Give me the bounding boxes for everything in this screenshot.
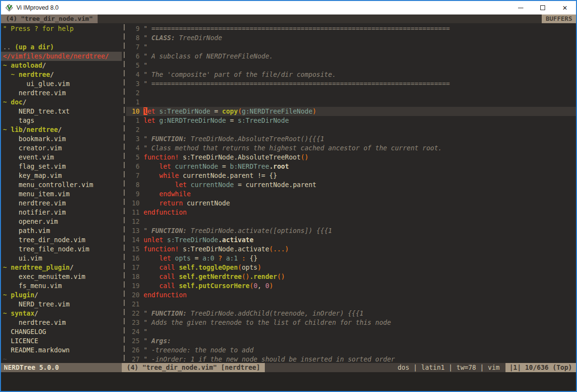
line-number: 11 <box>126 208 140 217</box>
statusline: NERDTree 5.0.0 (4) "tree_dir_node.vim" [… <box>1 363 576 372</box>
editor-line[interactable]: 20endfunction <box>126 290 576 300</box>
editor-line[interactable]: 26" -treenode: the node to add <box>126 346 576 355</box>
editor-line[interactable]: 2 <box>126 88 576 98</box>
nerdtree-item[interactable]: path.vim <box>1 226 122 235</box>
vim-icon <box>5 4 14 12</box>
nerdtree-item[interactable]: ~ plugin/ <box>1 290 122 300</box>
editor-line[interactable]: 1 <box>126 98 576 107</box>
maximize-button[interactable] <box>532 1 554 15</box>
nerdtree-item[interactable]: README.markdown <box>1 346 122 355</box>
nerdtree-item[interactable]: ui_glue.vim <box>1 79 122 88</box>
editor-line[interactable]: 5function! s:TreeDirNode.AbsoluteTreeRoo… <box>126 153 576 162</box>
nerdtree-item[interactable]: bookmark.vim <box>1 134 122 144</box>
line-number: 4 <box>126 144 140 153</box>
nerdtree-item[interactable]: nerdtree.vim <box>1 199 122 208</box>
editor-line[interactable]: 15function! s:TreeDirNode.activate(...) <box>126 245 576 254</box>
nerdtree-item[interactable]: notifier.vim <box>1 208 122 217</box>
editor-line[interactable]: 23" Adds the given treenode to the list … <box>126 318 576 327</box>
line-number: 1 <box>126 116 140 125</box>
editor-line[interactable]: 12 <box>126 217 576 226</box>
line-number: 5 <box>126 153 140 162</box>
line-number: 22 <box>126 309 140 318</box>
editor-line[interactable]: 1let g:NERDTreeDirNode = s:TreeDirNode <box>126 116 576 125</box>
nerdtree-item[interactable]: tags <box>1 116 122 125</box>
editor-line[interactable]: 24" <box>126 327 576 336</box>
nerdtree-item[interactable]: ~ lib/nerdtree/ <box>1 125 122 134</box>
nerdtree-item[interactable]: event.vim <box>1 153 122 162</box>
window-separator[interactable] <box>122 23 126 363</box>
editor-line[interactable]: 8 let currentNode = currentNode.parent <box>126 180 576 189</box>
editor-line[interactable]: 7" <box>126 43 576 52</box>
nerdtree-item[interactable]: tree_dir_node.vim <box>1 235 122 245</box>
nerdtree-item[interactable]: ~ <box>1 355 122 363</box>
nerdtree-item[interactable]: key_map.vim <box>1 171 122 180</box>
nerdtree-item-text: bookmark.vim <box>3 134 66 144</box>
nerdtree-item[interactable]: flag_set.vim <box>1 162 122 171</box>
editor-line-text: endfunction <box>144 208 187 217</box>
editor-line[interactable]: 6 let currentNode = b:NERDTree.root <box>126 162 576 171</box>
nerdtree-item[interactable]: nerdtree.vim <box>1 88 122 98</box>
nerdtree-item[interactable]: ~ doc/ <box>1 98 122 107</box>
nerdtree-item[interactable]: .. (up a dir) <box>1 43 122 52</box>
editor-line-text: " -treenode: the node to add <box>144 346 254 355</box>
nerdtree-item[interactable]: creator.vim <box>1 144 122 153</box>
editor-line[interactable]: 4" The 'composite' part of the file/dir … <box>126 70 576 79</box>
editor-line[interactable]: 7 while currentNode.parent != {} <box>126 171 576 180</box>
close-icon: ✕ <box>563 5 568 11</box>
nerdtree-item[interactable]: opener.vim <box>1 217 122 226</box>
nerdtree-item[interactable]: menu_item.vim <box>1 189 122 199</box>
editor-line[interactable]: 27" -inOrder: 1 if the new node should b… <box>126 355 576 363</box>
editor-line[interactable]: 4" Class method that returns the highest… <box>126 144 576 153</box>
close-button[interactable]: ✕ <box>554 1 576 15</box>
nerdtree-item[interactable]: ~ syntax/ <box>1 309 122 318</box>
buffers-label[interactable]: BUFFERS <box>542 15 576 23</box>
editor-line[interactable]: 13" FUNCTION: TreeDirNode.activate([opti… <box>126 226 576 235</box>
editor-line[interactable]: 25" Args: <box>126 336 576 346</box>
nerdtree-item[interactable]: NERD_tree.txt <box>1 107 122 116</box>
buffer-tab[interactable]: (4) "tree_dir_node.vim" <box>1 15 98 23</box>
editor-line[interactable]: 16 let opts = a:0 ? a:1 : {} <box>126 254 576 263</box>
editor-line[interactable]: 9" =====================================… <box>126 24 576 33</box>
nerdtree-item[interactable]: ~ autoload/ <box>1 61 122 70</box>
editor-line[interactable]: 18 call self.getNerdtree().render() <box>126 272 576 281</box>
editor-line[interactable]: 22" FUNCTION: TreeDirNode.addChild(treen… <box>126 309 576 318</box>
editor-line[interactable]: 11endfunction <box>126 208 576 217</box>
line-number: 2 <box>126 88 140 98</box>
nerdtree-item[interactable]: fs_menu.vim <box>1 281 122 290</box>
nerdtree-item[interactable]: LICENCE <box>1 336 122 346</box>
nerdtree-item-text: CHANGELOG <box>3 327 46 336</box>
editor-line[interactable]: 3" FUNCTION: TreeDirNode.AbsoluteTreeRoo… <box>126 134 576 144</box>
nerdtree-item-text: nerdtree.vim <box>3 88 66 98</box>
nerdtree-item[interactable] <box>1 33 122 43</box>
editor-line[interactable]: 9 endwhile <box>126 189 576 199</box>
nerdtree-item[interactable]: NERD_tree.vim <box>1 300 122 309</box>
nerdtree-item[interactable]: nerdtree.vim <box>1 318 122 327</box>
nerdtree-item[interactable]: tree_file_node.vim <box>1 245 122 254</box>
nerdtree-item[interactable]: " Press ? for help <box>1 24 122 33</box>
nerdtree-item[interactable]: exec_menuitem.vim <box>1 272 122 281</box>
editor-line[interactable]: 3" =====================================… <box>126 79 576 88</box>
editor-line-text: let currentNode = currentNode.parent <box>144 180 317 189</box>
editor-line[interactable]: 17 call self.toggleOpen(opts) <box>126 263 576 272</box>
nerdtree-item[interactable]: menu_controller.vim <box>1 180 122 189</box>
nerdtree-item[interactable]: ~ nerdtree_plugin/ <box>1 263 122 272</box>
buffer-statusline: (4) "tree_dir_node.vim" [nerdtree] <box>122 363 265 372</box>
minimize-button[interactable] <box>509 1 532 15</box>
editor-line[interactable]: 5" <box>126 61 576 70</box>
editor-line[interactable]: 8" CLASS: TreeDirNode <box>126 33 576 43</box>
editor-line[interactable]: 19 call self.putCursorHere(0, 0) <box>126 281 576 290</box>
nerdtree-item[interactable]: ~ nerdtree/ <box>1 70 122 79</box>
editor-line[interactable]: 21 <box>126 300 576 309</box>
editor-line[interactable]: 2 <box>126 125 576 134</box>
editor-line[interactable]: 14unlet s:TreeDirNode.activate <box>126 235 576 245</box>
nerdtree-item[interactable]: ui.vim <box>1 254 122 263</box>
nerdtree-item[interactable]: </vimfiles/bundle/nerdtree/ <box>1 52 122 61</box>
nerdtree-item-text: event.vim <box>3 153 54 162</box>
editor-lines: 9" =====================================… <box>126 24 576 363</box>
line-number: 9 <box>126 189 140 199</box>
editor-line[interactable]: 10let s:TreeDirNode = copy(g:NERDTreeFil… <box>126 107 576 116</box>
editor-line[interactable]: 10 return currentNode <box>126 199 576 208</box>
nerdtree-item[interactable]: CHANGELOG <box>1 327 122 336</box>
nerdtree-item-text: ~ <box>3 355 7 363</box>
editor-line[interactable]: 6" A subclass of NERDTreeFileNode. <box>126 52 576 61</box>
